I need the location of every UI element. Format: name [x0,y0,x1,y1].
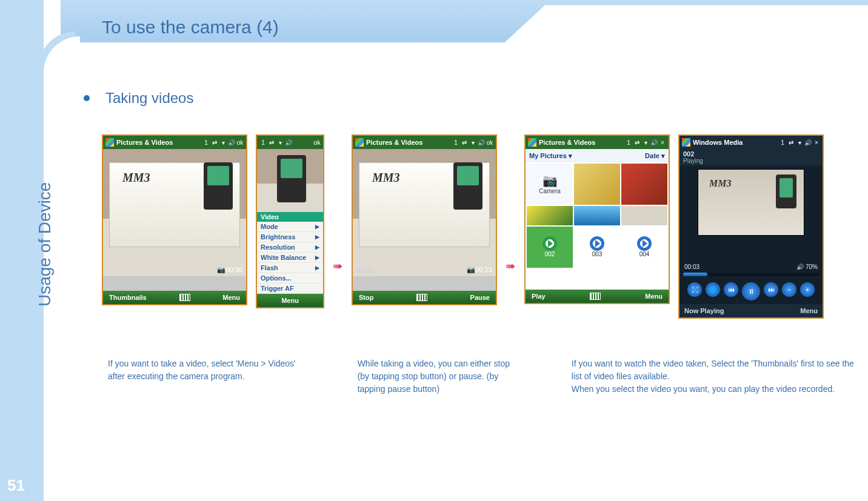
keyboard-icon[interactable] [416,294,427,301]
thumbnail-photo[interactable] [574,206,620,226]
next-button[interactable]: ⏭ [764,282,778,297]
camera-viewfinder: MM3 📷00:30 [103,149,246,276]
arrow-right-icon: ➠ [506,259,516,273]
playback-time: 00:03 [684,264,699,270]
thumbnail-empty [574,269,620,289]
softkey-right-menu[interactable]: Menu [645,293,663,300]
menu-header-video[interactable]: Video [257,212,323,222]
record-time-remaining: 📷00:23 [467,266,492,274]
signal-icon: ▾ [642,139,649,146]
menu-item-flash[interactable]: Flash▶ [257,263,323,273]
content-corner [44,36,80,73]
device-illustration [453,162,482,210]
page: 51 Usage of Device To use the camera (4)… [0,0,868,501]
thumbnail-photo[interactable] [621,206,667,226]
sort-dropdown[interactable]: Date ▾ [645,152,665,160]
vol-up-button[interactable]: + [800,282,815,297]
menu-item-label: White Balance [261,254,306,261]
softkey-left-stop[interactable]: Stop [359,294,373,301]
softkey-right-menu[interactable]: Menu [800,307,818,314]
media-video-area: MM3 [698,169,804,236]
softkey-menu[interactable]: Menu [257,294,323,307]
menu-item-trigger-af[interactable]: Trigger AF [257,284,323,294]
thumbnail-photo[interactable] [574,164,620,205]
thumbnail-photo[interactable] [527,206,573,226]
chevron-right-icon: ▶ [315,224,319,230]
speaker-icon: 🔊 [285,139,292,146]
ok-button[interactable]: ok [236,139,244,146]
ok-button[interactable]: ok [313,139,321,146]
thumbnail-video-selected[interactable]: 002 [527,227,573,268]
softkey-bar: Play Menu [526,290,669,303]
titlebar: Pictures & Videos 1 ⇄ ▾ 🔊 × [526,136,669,149]
folder-dropdown[interactable]: My Pictures ▾ [529,152,572,160]
play-pause-button[interactable]: ⏸ [742,282,760,300]
mm3-label: MM3 [709,178,731,189]
prev-button[interactable]: ⏮ [724,282,738,297]
softkey-right-pause[interactable]: Pause [470,294,490,301]
titlebar-status-icons: 1 ⇄ ▾ 🔊 [259,139,311,146]
signal-icon: ▾ [276,139,284,146]
camera-viewfinder: MM3 00:07 📷00:23 [353,149,496,276]
close-button[interactable]: × [813,139,820,146]
device-illustration [776,174,796,208]
softkey-bar: Stop Pause [353,291,496,304]
chevron-right-icon: ▶ [315,254,319,260]
sync-icon: ⇄ [787,139,795,146]
thumbnail-empty [621,269,667,289]
thumbnail-video[interactable]: 004 [621,227,667,268]
keyboard-icon[interactable] [590,293,601,300]
status-icon: 1 [452,139,459,146]
keyboard-icon[interactable] [179,294,190,301]
speaker-icon: 🔊 [478,139,485,146]
close-button[interactable]: × [659,139,666,146]
sort-label: Date [645,152,659,159]
menu-item-brightness[interactable]: Brightness▶ [257,232,323,242]
menu-item-options[interactable]: Options... [257,273,323,284]
signal-icon: ▾ [219,139,227,146]
menu-item-label: Brightness [261,233,295,241]
bullet-row: Taking videos [84,90,193,107]
thumb-label: 003 [592,251,603,257]
camera-icon: 📷 [217,266,225,273]
menu-item-mode[interactable]: Mode▶ [257,222,323,232]
vol-down-button[interactable]: − [782,282,796,297]
play-icon [590,236,604,251]
windows-flag-icon [682,138,690,147]
clip-state: Playing [683,158,819,164]
softkey-right-menu[interactable]: Menu [222,294,240,301]
status-icon: 1 [259,139,267,146]
toolbar-gap [103,276,246,291]
signal-icon: ▾ [796,139,803,146]
menu-item-resolution[interactable]: Resolution▶ [257,242,323,253]
windows-flag-icon [105,138,114,147]
progress-bar[interactable] [683,273,819,276]
page-number: 51 [7,476,25,495]
thumbnail-video[interactable]: 003 [574,227,620,268]
menu-item-label: Mode [261,223,278,230]
titlebar-title: Pictures & Videos [366,139,450,146]
mm3-label: MM3 [122,171,150,185]
softkey-left-play[interactable]: Play [532,293,546,300]
fullscreen-button[interactable]: ⛶ [687,282,702,297]
chevron-right-icon: ▶ [315,265,319,271]
menu-item-white-balance[interactable]: White Balance▶ [257,253,323,263]
titlebar-status-icons: 1 ⇄ ▾ 🔊 × [779,139,820,146]
thumbnail-photo[interactable] [621,164,667,205]
folder-sort-bar: My Pictures ▾ Date ▾ [526,149,669,162]
titlebar-status-icons: 1 ⇄ ▾ 🔊 × [625,139,666,146]
caption-2: While taking a video, you can either sto… [358,357,511,396]
softkey-left-now-playing[interactable]: Now Playing [684,307,724,314]
playback-volume: 🔊 70% [796,264,818,270]
web-button[interactable]: 🌐 [706,282,720,297]
device-illustration [277,155,306,202]
camera-viewfinder-partial [257,149,323,212]
thumbnail-camera[interactable]: 📷 Camera [527,164,573,205]
ok-button[interactable]: ok [486,139,493,146]
softkey-left-thumbnails[interactable]: Thumbnails [109,294,147,301]
status-icon: 1 [779,139,786,146]
status-icon: 1 [625,139,632,146]
play-icon [542,236,557,251]
titlebar: Pictures & Videos 1 ⇄ ▾ 🔊 ok [353,136,496,149]
screenshot-camera-menu-open: 1 ⇄ ▾ 🔊 ok Video Mode▶ Brightness▶ Resol… [256,134,324,308]
